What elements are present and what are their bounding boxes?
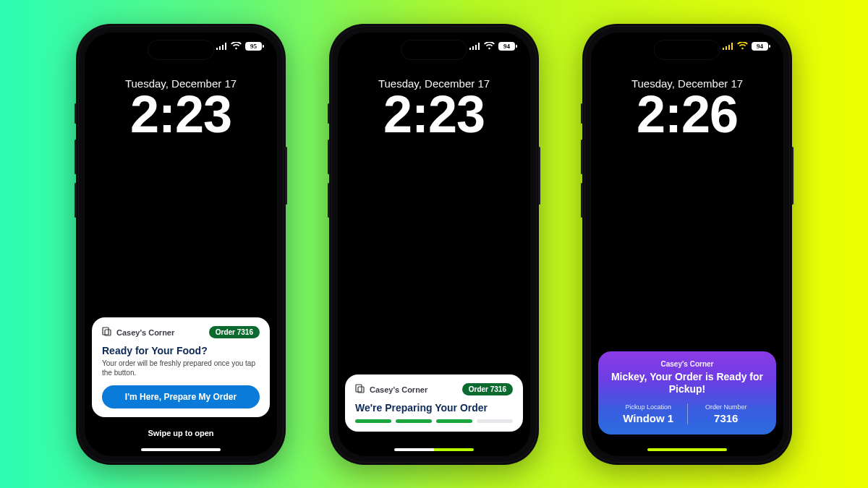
volume-button bbox=[328, 103, 330, 124]
lock-screen: 95 Tuesday, December 17 2:23 Casey's Cor… bbox=[85, 33, 277, 456]
svg-rect-19 bbox=[726, 46, 727, 50]
battery-icon: 95 bbox=[245, 42, 264, 51]
card-header: Casey's Corner Order 7316 bbox=[355, 383, 513, 396]
cellular-icon bbox=[216, 43, 227, 50]
wifi-icon bbox=[737, 42, 748, 50]
svg-rect-20 bbox=[728, 45, 730, 50]
volume-button bbox=[328, 183, 330, 218]
order-number-value: 7316 bbox=[695, 412, 758, 424]
pickup-location-label: Pickup Location bbox=[617, 403, 680, 411]
app-name: Casey's Corner bbox=[116, 328, 174, 337]
live-activity-card[interactable]: Casey's Corner Order 7316 We're Preparin… bbox=[345, 374, 523, 432]
home-indicator[interactable] bbox=[647, 448, 727, 451]
svg-rect-7 bbox=[103, 328, 109, 335]
svg-rect-5 bbox=[263, 45, 264, 48]
lock-screen-time: 2:23 bbox=[338, 85, 530, 144]
card-title: Ready for Your Food? bbox=[102, 345, 260, 356]
volume-button bbox=[75, 140, 77, 174]
swipe-hint: Swipe up to open bbox=[85, 429, 277, 437]
status-bar: 95 bbox=[216, 42, 264, 51]
svg-rect-9 bbox=[469, 48, 471, 50]
volume-button bbox=[581, 103, 583, 124]
card-header: Casey's Corner Order 7316 bbox=[102, 326, 260, 339]
home-indicator[interactable] bbox=[141, 448, 221, 451]
svg-text:94: 94 bbox=[503, 43, 511, 50]
volume-button bbox=[328, 140, 330, 174]
power-button bbox=[285, 147, 287, 205]
svg-rect-21 bbox=[731, 43, 733, 50]
card-title: We're Preparing Your Order bbox=[355, 402, 513, 414]
dynamic-island bbox=[654, 40, 720, 60]
home-indicator[interactable] bbox=[394, 448, 474, 451]
svg-rect-14 bbox=[516, 45, 517, 48]
order-number-badge: Order 7316 bbox=[462, 383, 513, 395]
lock-screen-time: 2:23 bbox=[85, 85, 277, 144]
wifi-icon bbox=[231, 42, 242, 50]
app-name: Casey's Corner bbox=[610, 360, 765, 368]
progress-bar bbox=[355, 419, 513, 423]
dynamic-island bbox=[148, 40, 214, 60]
svg-rect-2 bbox=[222, 45, 224, 50]
status-bar: 94 bbox=[723, 42, 770, 51]
power-button bbox=[791, 147, 793, 205]
lock-screen-time: 2:26 bbox=[591, 85, 783, 144]
svg-rect-1 bbox=[219, 46, 221, 50]
card-headline: Mickey, Your Order is Ready for Pickup! bbox=[610, 371, 765, 396]
live-activity-card[interactable]: Casey's Corner Order 7316 Ready for Your… bbox=[92, 317, 270, 417]
volume-button bbox=[75, 103, 77, 124]
svg-rect-18 bbox=[723, 48, 724, 50]
cellular-icon bbox=[469, 43, 480, 50]
svg-text:94: 94 bbox=[757, 43, 764, 50]
order-number-label: Order Number bbox=[695, 403, 758, 411]
progress-segment bbox=[436, 419, 472, 423]
svg-rect-23 bbox=[769, 45, 770, 48]
svg-rect-16 bbox=[356, 385, 362, 392]
progress-segment bbox=[355, 419, 391, 423]
order-number-badge: Order 7316 bbox=[209, 326, 260, 338]
phone-3: 94 Tuesday, December 17 2:26 Casey's Cor… bbox=[582, 24, 792, 465]
volume-button bbox=[581, 183, 583, 218]
live-activity-card[interactable]: Casey's Corner Mickey, Your Order is Rea… bbox=[598, 351, 776, 435]
volume-button bbox=[581, 140, 583, 174]
pickup-location-value: Window 1 bbox=[617, 412, 680, 424]
app-icon bbox=[102, 326, 112, 339]
pickup-details: Pickup Location Window 1 Order Number 73… bbox=[610, 403, 765, 424]
lock-screen: 94 Tuesday, December 17 2:23 Casey's Cor… bbox=[338, 33, 530, 456]
svg-rect-12 bbox=[478, 43, 480, 50]
card-subtitle: Your order will be freshly prepared once… bbox=[102, 359, 260, 378]
phone-2: 94 Tuesday, December 17 2:23 Casey's Cor… bbox=[329, 24, 539, 465]
progress-segment bbox=[477, 419, 513, 423]
svg-text:95: 95 bbox=[250, 43, 258, 50]
status-bar: 94 bbox=[469, 42, 517, 51]
dynamic-island bbox=[401, 40, 467, 60]
app-name: Casey's Corner bbox=[370, 385, 427, 394]
prepare-order-button[interactable]: I'm Here, Prepare My Order bbox=[102, 385, 260, 408]
lock-screen: 94 Tuesday, December 17 2:26 Casey's Cor… bbox=[591, 33, 783, 456]
svg-rect-10 bbox=[472, 46, 474, 50]
progress-segment bbox=[396, 419, 432, 423]
cellular-icon bbox=[723, 43, 733, 50]
svg-rect-11 bbox=[475, 45, 477, 50]
battery-icon: 94 bbox=[752, 42, 770, 51]
phone-1: 95 Tuesday, December 17 2:23 Casey's Cor… bbox=[76, 24, 286, 465]
power-button bbox=[538, 147, 540, 205]
svg-rect-0 bbox=[216, 48, 218, 50]
svg-rect-3 bbox=[225, 43, 226, 50]
volume-button bbox=[75, 183, 77, 218]
battery-icon: 94 bbox=[498, 42, 517, 51]
app-icon bbox=[355, 383, 365, 396]
wifi-icon bbox=[484, 42, 495, 50]
